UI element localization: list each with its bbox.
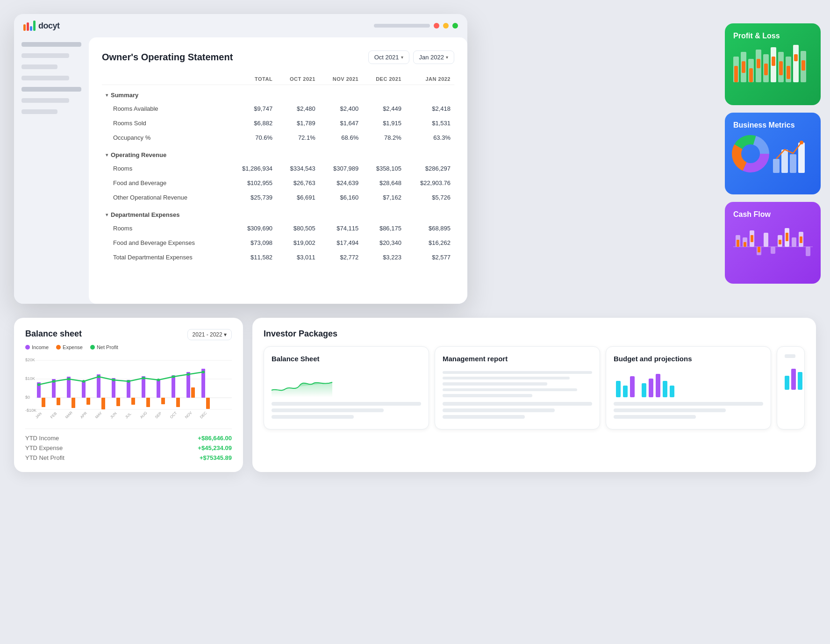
- row-value: $80,505: [276, 221, 319, 236]
- row-value: $1,915: [362, 116, 405, 130]
- row-value: $17,494: [319, 236, 362, 250]
- svg-point-81: [52, 380, 55, 383]
- section-arrow: ▾: [106, 212, 108, 217]
- date-from-button[interactable]: Oct 2021: [368, 50, 409, 64]
- svg-point-90: [187, 373, 190, 376]
- row-value: $358,105: [362, 161, 405, 176]
- col-oct: OCT 2021: [276, 73, 319, 85]
- svg-rect-65: [172, 375, 175, 398]
- legend-net-profit: Net Profit: [90, 344, 118, 350]
- pkg-management-report[interactable]: Management report: [435, 346, 600, 429]
- expense-label: Expense: [63, 344, 83, 350]
- mgmt-line-1: [443, 371, 592, 374]
- svg-rect-3: [742, 61, 745, 73]
- table-row: Rooms$1,286,934$334,543$307,989$358,105$…: [102, 161, 454, 176]
- logo-icon: [23, 21, 36, 31]
- svg-rect-47: [806, 247, 810, 256]
- col-nov: NOV 2021: [319, 73, 362, 85]
- ytd-income-row: YTD Income +$86,646.00: [25, 435, 232, 442]
- income-dot: [25, 345, 30, 350]
- profit-loss-widget[interactable]: Profit & Loss: [725, 23, 821, 105]
- close-button[interactable]: [434, 23, 439, 29]
- row-value: $1,531: [405, 116, 454, 130]
- pkg-budget-projections[interactable]: Budget and projections: [606, 346, 771, 429]
- svg-rect-72: [101, 398, 105, 409]
- row-value: $19,002: [276, 236, 319, 250]
- statement-title: Owner's Operating Statement: [102, 52, 233, 63]
- row-value: $86,175: [362, 221, 405, 236]
- row-value: $9,747: [227, 101, 276, 116]
- row-value: 72.1%: [276, 130, 319, 145]
- svg-rect-59: [82, 380, 86, 398]
- col-dec: DEC 2021: [362, 73, 405, 85]
- pkg-balance-chart: [272, 369, 421, 397]
- mgmt-line-4: [443, 388, 577, 391]
- section-arrow: ▾: [106, 93, 108, 98]
- cf-chart: [733, 223, 812, 267]
- svg-rect-43: [786, 233, 788, 241]
- business-metrics-widget[interactable]: Business Metrics: [725, 113, 821, 194]
- profit-loss-title: Profit & Loss: [733, 32, 812, 40]
- svg-point-85: [112, 379, 115, 381]
- table-row: Rooms$309,690$80,505$74,115$86,175$68,89…: [102, 221, 454, 236]
- svg-rect-113: [791, 369, 796, 390]
- pkg-balance-sheet[interactable]: Balance Sheet: [264, 346, 429, 429]
- row-label: Rooms Sold: [102, 116, 227, 130]
- balance-chart-svg: $20K $10K $0 -$10K: [25, 356, 232, 421]
- svg-rect-75: [146, 398, 150, 407]
- svg-rect-114: [798, 372, 802, 390]
- row-value: $286,297: [405, 161, 454, 176]
- svg-point-84: [97, 375, 100, 378]
- col-total: TOTAL: [227, 73, 276, 85]
- svg-rect-41: [779, 240, 781, 244]
- net-profit-label: Net Profit: [97, 344, 118, 350]
- cash-flow-widget[interactable]: Cash Flow: [725, 202, 821, 284]
- date-to-button[interactable]: Jan 2022: [413, 50, 455, 64]
- table-row: Rooms Sold$6,882$1,789$1,647$1,915$1,531: [102, 116, 454, 130]
- ytd-net-profit-value: +$75345.89: [200, 454, 232, 461]
- svg-rect-13: [779, 61, 783, 75]
- pkg-mgmt-line-3: [443, 415, 525, 419]
- sidebar-item-1[interactable]: [21, 42, 81, 47]
- svg-rect-25: [781, 150, 788, 173]
- svg-rect-104: [616, 381, 621, 397]
- pkg-line-2: [272, 408, 384, 412]
- income-label: Income: [32, 344, 49, 350]
- svg-rect-27: [798, 143, 805, 173]
- pkg-management-content: [443, 369, 592, 397]
- svg-rect-38: [764, 233, 768, 247]
- svg-rect-79: [206, 398, 210, 409]
- row-value: $1,286,934: [227, 161, 276, 176]
- row-value: $309,690: [227, 221, 276, 236]
- balance-pkg-svg: [272, 369, 332, 397]
- sidebar-item-2[interactable]: [21, 53, 69, 58]
- sidebar-item-6[interactable]: [21, 98, 69, 103]
- svg-rect-108: [649, 379, 653, 397]
- sidebar-item-4[interactable]: [21, 76, 69, 80]
- balance-date-selector[interactable]: 2021 - 2022 ▾: [187, 329, 232, 340]
- row-value: $73,098: [227, 236, 276, 250]
- row-value: $2,418: [405, 101, 454, 116]
- search-bar[interactable]: [374, 24, 430, 28]
- sidebar-item-3[interactable]: [21, 64, 57, 69]
- svg-rect-106: [630, 376, 635, 397]
- minimize-button[interactable]: [443, 23, 449, 29]
- sidebar-item-7[interactable]: [21, 109, 57, 114]
- svg-point-80: [37, 383, 40, 386]
- ytd-net-profit-row: YTD Net Profit +$75345.89: [25, 454, 232, 461]
- pkg-budget-title: Budget and projections: [614, 354, 763, 364]
- ytd-net-profit-label: YTD Net Profit: [25, 454, 64, 461]
- row-label: Rooms Available: [102, 101, 227, 116]
- svg-text:MAR: MAR: [64, 410, 73, 419]
- sidebar-item-5[interactable]: [21, 87, 81, 92]
- sidebar: [14, 37, 89, 304]
- row-value: $6,160: [319, 190, 362, 205]
- svg-point-89: [172, 375, 175, 378]
- extra-pkg-svg: [785, 362, 805, 390]
- pkg-extra[interactable]: [777, 346, 805, 429]
- row-value: $2,577: [405, 250, 454, 265]
- svg-rect-105: [623, 386, 628, 397]
- ytd-income-label: YTD Income: [25, 435, 59, 442]
- pkg-line-1: [272, 402, 421, 406]
- maximize-button[interactable]: [452, 23, 458, 29]
